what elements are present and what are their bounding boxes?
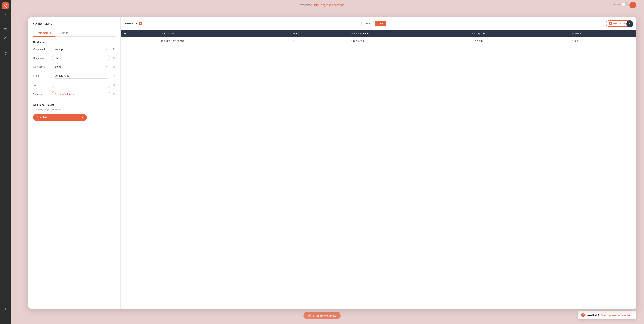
operation-control: Send ▾ ⚙: [52, 64, 116, 69]
from-input[interactable]: Vonage APIs: [52, 73, 110, 79]
execute-node-play-icon: ▶: [609, 22, 612, 25]
svg-point-5: [4, 28, 6, 30]
tab-settings[interactable]: Settings: [54, 30, 72, 37]
col-message-id: message-id: [158, 30, 290, 37]
additional-fields-title: Additional Fields:: [33, 103, 116, 106]
message-gear-icon[interactable]: ⚙: [112, 92, 116, 96]
zoom-in-button[interactable]: +: [3, 307, 8, 312]
svg-point-2: [6, 7, 7, 8]
results-info: Results: 1 i: [124, 22, 142, 25]
top-bar: Workflow: Daily Language Learning*: [0, 0, 644, 10]
bottom-bar: ▶ Execute Workflow: [303, 312, 341, 319]
col-message-price: message-price: [468, 30, 569, 37]
vonage-api-control: Vonage ▾ ✎: [52, 47, 116, 52]
resource-chevron: ▾: [106, 57, 107, 59]
sidebar: › + −: [0, 0, 11, 324]
message-control: Good morning, her ... ⚙: [52, 91, 116, 97]
from-row: From: Vonage APIs ⚙: [33, 73, 116, 79]
resource-row: Resource: SMS ▾ ⚙: [33, 55, 116, 61]
execute-workflow-play-icon: ▶: [308, 314, 312, 317]
to-label: To:: [33, 83, 50, 86]
col-status: status: [290, 30, 348, 37]
operation-row: Operation: Send ▾ ⚙: [33, 64, 116, 69]
execute-workflow-button[interactable]: ▶ Execute Workflow: [303, 312, 341, 319]
table-row: 1500000152AD6A39 0 0.42290000 0.07510000…: [121, 37, 636, 45]
message-label: Message:: [33, 93, 50, 96]
vonage-api-edit-icon[interactable]: ✎: [112, 47, 116, 52]
cell-network: 26202: [569, 37, 636, 45]
execute-workflow-label: Execute Workflow: [313, 314, 336, 317]
svg-line-3: [4, 5, 6, 6]
sidebar-item-credentials[interactable]: [3, 35, 8, 40]
tab-bar: Parameters Settings: [33, 30, 116, 37]
divider: [33, 100, 116, 100]
vonage-api-select[interactable]: Vonage ▾: [52, 47, 110, 52]
credentials-section-title: Credentials: [33, 41, 116, 44]
col-network: network: [569, 30, 636, 37]
sidebar-bottom: + −: [3, 305, 8, 322]
vonage-api-row: Vonage API: Vonage ▾ ✎: [33, 47, 116, 52]
to-control: ⚙: [52, 82, 116, 88]
resource-gear-icon[interactable]: ⚙: [112, 56, 116, 60]
info-icon[interactable]: i: [139, 22, 142, 25]
json-view-button[interactable]: JSON: [362, 21, 374, 26]
workflow-name[interactable]: Daily Language Learning*: [313, 4, 344, 7]
sidebar-expand-icon[interactable]: ›: [5, 13, 6, 16]
col-remaining-balance: remaining-balance: [348, 30, 468, 37]
table-header-row: to message-id status remaining-balance m…: [121, 30, 636, 37]
help-link[interactable]: Open Vonage documentation: [601, 314, 633, 317]
no-properties-text: Currently no properties exist: [33, 108, 116, 111]
right-panel-header: Results: 1 i JSON Table ▶ Execute Node: [121, 17, 636, 30]
modal-close-button[interactable]: ×: [626, 20, 633, 27]
table-view-button[interactable]: Table: [375, 21, 386, 26]
table-body: 1500000152AD6A39 0 0.42290000 0.07510000…: [121, 37, 636, 45]
data-table: to message-id status remaining-balance m…: [121, 30, 636, 45]
message-row: Message: Good morning, her ... ⚙: [33, 91, 116, 97]
left-panel-body: Credentials Vonage API: Vonage ▾ ✎ Resou…: [28, 37, 120, 309]
to-row: To: ⚙: [33, 82, 116, 88]
tab-parameters[interactable]: Parameters: [33, 30, 54, 37]
vonage-api-chevron: ▾: [106, 48, 107, 50]
help-badge-icon: ?: [581, 313, 585, 317]
view-toggle: JSON Table: [362, 21, 386, 26]
app-logo[interactable]: [2, 2, 9, 9]
workflow-label: Workflow:: [300, 4, 312, 7]
cell-message-id: 1500000152AD6A39: [158, 37, 290, 45]
svg-point-1: [6, 4, 7, 5]
cell-status: 0: [290, 37, 348, 45]
resource-label: Resource:: [33, 57, 50, 59]
add-field-label: Add Field: [37, 116, 48, 119]
sidebar-item-workflows[interactable]: [3, 19, 8, 25]
operation-select[interactable]: Send ▾: [52, 64, 110, 69]
from-gear-icon[interactable]: ⚙: [112, 74, 116, 78]
help-tooltip: ? Need help? Open Vonage documentation: [578, 311, 636, 319]
help-text: Need help?: [586, 314, 600, 317]
modal-title: Send SMS: [33, 22, 116, 26]
cell-to: [121, 37, 158, 45]
sidebar-item-users[interactable]: [3, 27, 8, 32]
add-field-button[interactable]: Add Field ▾: [33, 114, 87, 121]
sidebar-item-help[interactable]: [3, 50, 8, 56]
results-count: 1: [136, 22, 137, 25]
operation-label: Operation:: [33, 65, 50, 68]
results-label: Results:: [124, 22, 134, 25]
results-table: to message-id status remaining-balance m…: [121, 30, 636, 309]
resource-control: SMS ▾ ⚙: [52, 55, 116, 61]
message-input[interactable]: Good morning, her ...: [52, 91, 110, 97]
zoom-controls: + −: [3, 305, 8, 322]
col-to: to: [121, 30, 158, 37]
cell-message-price: 0.07510000: [468, 37, 569, 45]
zoom-out-button[interactable]: −: [3, 315, 8, 320]
table-head: to message-id status remaining-balance m…: [121, 30, 636, 37]
operation-gear-icon[interactable]: ⚙: [112, 65, 116, 69]
cell-remaining-balance: 0.42290000: [348, 37, 468, 45]
send-sms-modal: Send SMS Parameters Settings Credentials…: [28, 17, 636, 309]
svg-point-0: [4, 5, 5, 6]
to-gear-icon[interactable]: ⚙: [112, 83, 116, 87]
vonage-api-label: Vonage API:: [33, 48, 50, 51]
to-input[interactable]: [52, 82, 110, 88]
left-panel: Send SMS Parameters Settings Credentials…: [28, 17, 121, 309]
sidebar-item-menu[interactable]: [3, 42, 8, 48]
operation-chevron: ▾: [106, 66, 107, 68]
resource-select[interactable]: SMS ▾: [52, 55, 110, 61]
